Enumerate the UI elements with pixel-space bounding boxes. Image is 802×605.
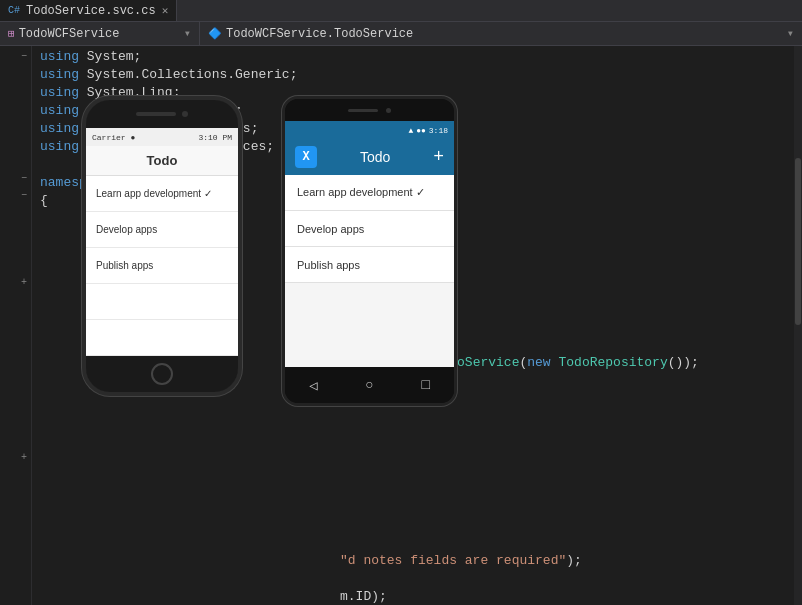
android-nav-bar: ◁ ○ □: [285, 367, 454, 403]
code-editor[interactable]: using System; using System.Collections.G…: [32, 46, 802, 605]
android-title: Todo: [360, 149, 390, 165]
collapse-24[interactable]: +: [21, 452, 27, 463]
iphone-top: [86, 100, 238, 128]
gutter-8: −: [0, 170, 31, 187]
gutter-28: [0, 518, 31, 535]
android-time: 3:18: [429, 126, 448, 135]
android-list-empty: [285, 283, 454, 367]
nav-bar: ⊞ TodoWCFService ▾ 🔷 TodoWCFService.Todo…: [0, 22, 802, 46]
gutter-10: [0, 205, 31, 222]
nav-method-selector[interactable]: 🔷 TodoWCFService.TodoService ▾: [200, 22, 802, 45]
iphone-item-1: Learn app development ✓: [86, 176, 238, 212]
iphone-carrier: Carrier ●: [92, 133, 135, 142]
tab-close-button[interactable]: ✕: [162, 4, 169, 17]
code-line-28: [40, 534, 802, 552]
code-line-31: m.ID);: [40, 588, 802, 605]
code-line-29: "d notes fields are required" );: [40, 552, 802, 570]
code-line-2: using System.Collections.Generic;: [40, 66, 802, 84]
android-recents-button[interactable]: □: [422, 377, 430, 393]
csharp-icon: C#: [8, 5, 20, 16]
line-gutter: − − − + +: [0, 46, 32, 605]
gutter-27: [0, 501, 31, 518]
nav-class-selector[interactable]: ⊞ TodoWCFService ▾: [0, 22, 200, 45]
phones-overlay: Carrier ● 3:10 PM Todo Learn app develop…: [82, 96, 457, 406]
tab-label: TodoService.svc.cs: [26, 4, 156, 18]
title-bar: C# TodoService.svc.cs ✕: [0, 0, 802, 22]
iphone-item-2: Develop apps: [86, 212, 238, 248]
android-item-3: Publish apps: [285, 247, 454, 283]
iphone-title: Todo: [147, 153, 178, 168]
gutter-30: [0, 553, 31, 570]
code-line-24: [40, 462, 802, 480]
gutter-1: −: [0, 48, 31, 65]
collapse-9[interactable]: −: [21, 190, 27, 201]
gutter-13: [0, 257, 31, 274]
gutter-11: [0, 222, 31, 239]
iphone-speaker: [136, 112, 176, 116]
iphone-nav-bar: Todo: [86, 146, 238, 176]
android-top: [285, 99, 454, 121]
nav-class-label: TodoWCFService: [19, 27, 120, 41]
file-tab[interactable]: C# TodoService.svc.cs ✕: [0, 0, 177, 21]
code-line-22: [40, 426, 802, 444]
gutter-5: [0, 118, 31, 135]
android-screen: ▲ ●● 3:18 X Todo + Learn app development…: [285, 121, 454, 367]
iphone-screen: Carrier ● 3:10 PM Todo Learn app develop…: [86, 128, 238, 356]
code-line-27: [40, 516, 802, 534]
android-mockup: ▲ ●● 3:18 X Todo + Learn app development…: [282, 96, 457, 406]
iphone-item-4: [86, 284, 238, 320]
code-line-21: [40, 408, 802, 426]
android-back-button[interactable]: ◁: [309, 377, 317, 394]
android-signal-icon: ●●: [416, 126, 426, 135]
iphone-camera: [182, 111, 188, 117]
iphone-item-5: [86, 320, 238, 356]
iphone-home-button[interactable]: [151, 363, 173, 385]
gutter-23: [0, 431, 31, 448]
android-item-2: Develop apps: [285, 211, 454, 247]
collapse-8[interactable]: −: [21, 173, 27, 184]
namespace-icon: ⊞: [8, 27, 15, 40]
android-app-icon: X: [295, 146, 317, 168]
iphone-bottom: [86, 356, 238, 392]
gutter-15: [0, 292, 31, 309]
gutter-7: [0, 152, 31, 169]
gutter-22: [0, 414, 31, 431]
android-camera: [386, 108, 391, 113]
iphone-item-3: Publish apps: [86, 248, 238, 284]
gutter-4: [0, 100, 31, 117]
gutter-24: +: [0, 448, 31, 465]
gutter-12: [0, 239, 31, 256]
class-icon: 🔷: [208, 27, 222, 40]
code-line-26: [40, 498, 802, 516]
collapse-1[interactable]: −: [21, 51, 27, 62]
gutter-31: [0, 570, 31, 587]
gutter-16: [0, 309, 31, 326]
gutter-17: [0, 327, 31, 344]
android-status-bar: ▲ ●● 3:18: [285, 121, 454, 139]
collapse-14[interactable]: +: [21, 277, 27, 288]
nav-method-dropdown-icon[interactable]: ▾: [787, 26, 794, 41]
gutter-6: [0, 135, 31, 152]
android-home-button[interactable]: ○: [365, 377, 373, 393]
gutter-2: [0, 65, 31, 82]
gutter-32: [0, 588, 31, 605]
nav-dropdown-icon[interactable]: ▾: [184, 26, 191, 41]
gutter-21: [0, 396, 31, 413]
editor-main: − − − + +: [0, 46, 802, 605]
gutter-29: [0, 535, 31, 552]
code-line-1: using System;: [40, 48, 802, 66]
gutter-25: [0, 466, 31, 483]
scrollbar-thumb[interactable]: [795, 158, 801, 326]
scrollbar-track: [794, 46, 802, 605]
gutter-19: [0, 361, 31, 378]
android-toolbar: X Todo +: [285, 139, 454, 175]
android-add-button[interactable]: +: [433, 147, 444, 167]
android-wifi-icon: ▲: [408, 126, 413, 135]
code-line-30: [40, 570, 802, 588]
iphone-list: Learn app development ✓ Develop apps Pub…: [86, 176, 238, 356]
android-speaker: [348, 109, 378, 112]
iphone-time: 3:10 PM: [198, 133, 232, 142]
gutter-18: [0, 344, 31, 361]
iphone-status-bar: Carrier ● 3:10 PM: [86, 128, 238, 146]
keyword-using: using: [40, 48, 79, 66]
